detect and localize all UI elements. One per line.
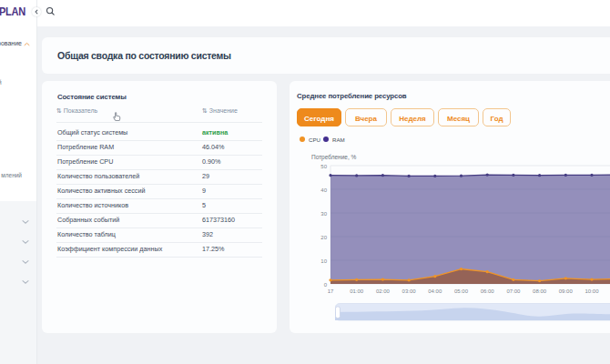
svg-text:30: 30 bbox=[320, 211, 327, 217]
svg-text:07:00: 07:00 bbox=[506, 288, 521, 294]
svg-text:0: 0 bbox=[324, 282, 328, 288]
svg-text:10: 10 bbox=[320, 258, 327, 264]
svg-text:03:00: 03:00 bbox=[402, 288, 417, 294]
svg-text:40: 40 bbox=[320, 187, 327, 193]
svg-text:02:00: 02:00 bbox=[376, 288, 391, 294]
svg-text:50: 50 bbox=[320, 164, 327, 169]
svg-text:04:00: 04:00 bbox=[428, 288, 442, 294]
svg-text:Потребление, %: Потребление, % bbox=[311, 154, 357, 161]
svg-text:05:00: 05:00 bbox=[454, 288, 469, 294]
svg-text:10:00: 10:00 bbox=[585, 288, 599, 294]
svg-text:17: 17 bbox=[328, 288, 334, 294]
svg-text:01:00: 01:00 bbox=[350, 288, 364, 294]
svg-text:09:00: 09:00 bbox=[559, 288, 574, 294]
svg-text:06:00: 06:00 bbox=[481, 288, 495, 294]
svg-text:08:00: 08:00 bbox=[533, 288, 547, 294]
svg-text:20: 20 bbox=[320, 235, 327, 240]
